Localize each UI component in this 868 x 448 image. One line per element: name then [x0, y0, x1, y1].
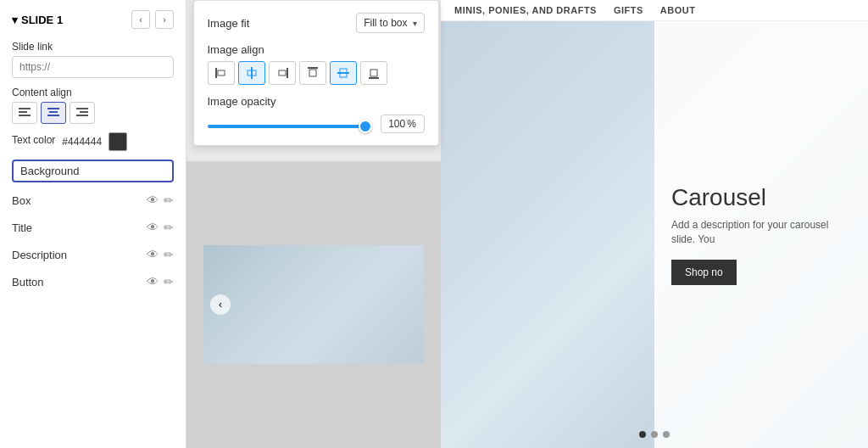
image-align-group	[208, 61, 425, 85]
slide-next-button[interactable]: ›	[155, 10, 174, 29]
svg-rect-0	[19, 108, 31, 109]
right-nav-about[interactable]: ABOUT	[660, 5, 696, 15]
svg-rect-13	[287, 68, 288, 78]
content-align-label: Content align	[12, 87, 174, 98]
layer-button-eye-icon[interactable]: 👁	[147, 275, 159, 288]
layer-box-eye-icon[interactable]: 👁	[147, 193, 159, 207]
image-align-label: Image align	[208, 43, 425, 56]
layer-description-eye-icon[interactable]: 👁	[147, 248, 159, 261]
layer-box-icons: 👁 ✏	[147, 193, 174, 207]
canvas-area: ‹	[186, 161, 441, 448]
slide-title: ▾ SLIDE 1	[12, 14, 63, 26]
img-align-top-button[interactable]	[299, 61, 326, 85]
svg-rect-6	[76, 108, 88, 109]
canvas-slide: ‹	[203, 245, 424, 364]
background-row[interactable]: Background ✍	[12, 160, 174, 182]
img-align-right-button[interactable]	[269, 61, 296, 85]
slide-link-input[interactable]	[12, 56, 174, 78]
image-settings-popup: Image fit Fill to box ▾ Image align	[193, 0, 439, 146]
img-align-bottom-button[interactable]	[360, 61, 387, 85]
right-navigation: MINIS, PONIES, AND DRAFTS GIFTS ABOUT	[441, 0, 868, 21]
layer-description-label: Description	[12, 249, 147, 261]
opacity-value: 100	[388, 118, 405, 130]
text-color-hex: #444444	[62, 136, 102, 148]
svg-rect-5	[47, 115, 59, 116]
slide-prev-button[interactable]: ‹	[131, 10, 150, 29]
svg-rect-10	[218, 70, 225, 76]
svg-rect-8	[76, 115, 88, 116]
svg-rect-15	[308, 67, 318, 69]
svg-rect-11	[251, 67, 253, 79]
layer-description-edit-icon[interactable]: ✏	[164, 248, 174, 261]
layer-title-eye-icon[interactable]: 👁	[147, 221, 159, 234]
image-fit-row: Image fit Fill to box ▾	[208, 13, 425, 33]
shop-now-button[interactable]: Shop no	[671, 260, 737, 285]
background-label: Background	[20, 165, 79, 177]
layer-button-icons: 👁 ✏	[147, 275, 174, 288]
middle-panel: Image fit Fill to box ▾ Image align	[186, 0, 441, 448]
layer-button-label: Button	[12, 276, 147, 288]
image-fit-label: Image fit	[208, 17, 250, 30]
img-align-left-button[interactable]	[208, 61, 235, 85]
right-nav-gifts[interactable]: GIFTS	[614, 5, 643, 15]
layer-title-edit-icon[interactable]: ✏	[164, 221, 174, 234]
layer-button-row: Button 👁 ✏	[12, 272, 174, 291]
opacity-unit: %	[407, 118, 416, 130]
svg-rect-17	[337, 72, 349, 74]
svg-rect-2	[19, 115, 31, 116]
layer-box-row: Box 👁 ✏	[12, 191, 174, 210]
svg-rect-9	[215, 68, 217, 78]
carousel-content-box: Carousel Add a description for your caro…	[654, 21, 868, 448]
carousel-dot-2[interactable]	[651, 431, 658, 438]
layer-button-edit-icon[interactable]: ✏	[164, 275, 174, 288]
slide-title-text: SLIDE 1	[21, 14, 63, 26]
layer-title-label: Title	[12, 221, 147, 234]
layer-box-edit-icon[interactable]: ✏	[164, 193, 174, 207]
align-center-button[interactable]	[41, 102, 66, 124]
svg-rect-3	[47, 108, 59, 109]
carousel-dots	[639, 431, 670, 438]
align-left-button[interactable]	[12, 102, 37, 124]
layer-title-icons: 👁 ✏	[147, 221, 174, 234]
image-opacity-section: Image opacity 100 %	[208, 95, 425, 133]
text-color-swatch[interactable]	[108, 132, 127, 151]
layer-description-icons: 👁 ✏	[147, 248, 174, 261]
img-align-center-h-button[interactable]	[238, 61, 265, 85]
opacity-row: 100 %	[208, 115, 425, 133]
right-panel: MINIS, PONIES, AND DRAFTS GIFTS ABOUT Ca…	[441, 0, 868, 448]
image-align-section: Image align	[208, 43, 425, 85]
svg-rect-1	[19, 111, 27, 113]
carousel-description: Add a description for your carousel slid…	[671, 218, 851, 247]
layer-description-row: Description 👁 ✏	[12, 245, 174, 264]
svg-rect-16	[309, 70, 316, 76]
slide-navigation: ‹ ›	[131, 10, 174, 29]
image-opacity-label: Image opacity	[208, 95, 425, 108]
carousel-title: Carousel	[671, 184, 766, 211]
img-align-middle-button[interactable]	[330, 61, 357, 85]
image-fit-value: Fill to box	[364, 17, 407, 29]
opacity-value-box: 100 %	[381, 115, 425, 133]
content-align-group	[12, 102, 174, 124]
carousel-dot-3[interactable]	[663, 431, 670, 438]
image-fit-arrow-icon: ▾	[413, 19, 417, 28]
canvas-prev-arrow[interactable]: ‹	[210, 294, 231, 315]
carousel-dot-1[interactable]	[639, 431, 646, 438]
text-color-section: Text color #444444	[12, 132, 174, 151]
slide-link-section: Slide link	[12, 41, 174, 78]
align-right-button[interactable]	[70, 102, 95, 124]
carousel-preview: Carousel Add a description for your caro…	[441, 21, 868, 448]
svg-rect-7	[80, 111, 88, 113]
right-nav-minis[interactable]: MINIS, PONIES, AND DRAFTS	[454, 5, 597, 15]
opacity-slider-container	[208, 118, 372, 131]
svg-rect-20	[370, 70, 377, 76]
svg-rect-14	[279, 70, 286, 76]
left-panel: ▾ SLIDE 1 ‹ › Slide link Content align T…	[0, 0, 186, 448]
image-fit-select[interactable]: Fill to box ▾	[356, 13, 424, 33]
svg-rect-19	[369, 77, 379, 79]
slide-triangle-icon: ▾	[12, 14, 18, 26]
text-color-label: Text color	[12, 134, 55, 146]
slide-link-label: Slide link	[12, 41, 174, 53]
opacity-slider[interactable]	[208, 125, 372, 128]
slide-header: ▾ SLIDE 1 ‹ ›	[12, 10, 174, 29]
svg-rect-4	[49, 111, 58, 113]
